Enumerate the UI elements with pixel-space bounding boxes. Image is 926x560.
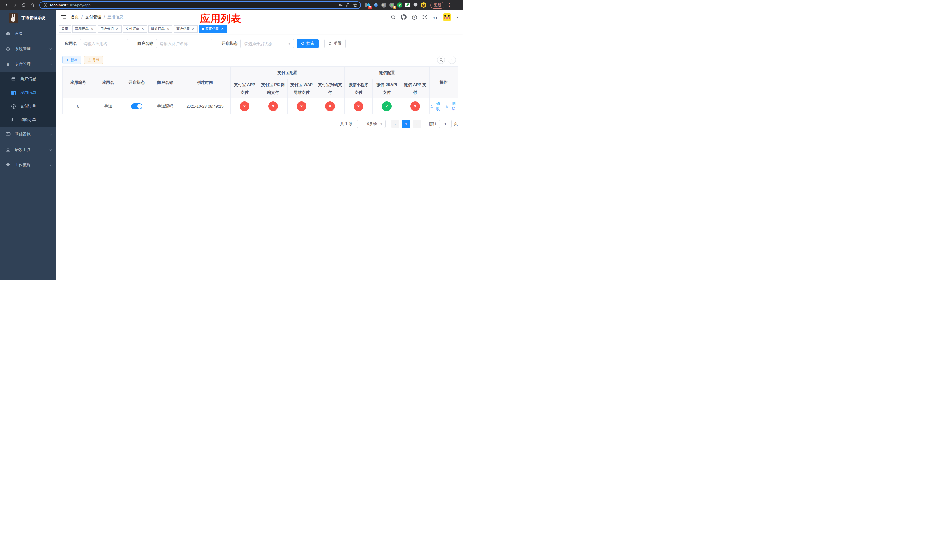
extension-lens-icon[interactable]: 1 [389, 2, 394, 8]
export-button[interactable]: 导出 [84, 56, 103, 64]
merchant-name-input[interactable] [156, 39, 212, 48]
browser-update-button[interactable]: 更新 [430, 2, 445, 9]
status-toggle[interactable] [131, 103, 142, 109]
sidebar-item-home[interactable]: 首页 [0, 26, 56, 41]
delete-link[interactable]: 删除 [446, 101, 458, 111]
extension-badge: 1 [393, 6, 396, 9]
cell-alipay-app: ✕ [231, 98, 259, 114]
tab-refund-orders[interactable]: 退款订单✕ [148, 25, 172, 33]
site-info-icon[interactable] [43, 3, 48, 8]
sidebar-logo[interactable]: 芋道管理系统 [0, 10, 56, 26]
extension-command-icon[interactable]: ⌘ [381, 2, 386, 8]
add-button-label: 新增 [71, 58, 77, 62]
sidebar-item-dev-tools[interactable]: 研发工具 [0, 142, 56, 157]
filter-app-name: 应用名 [65, 39, 128, 48]
bookmark-star-icon[interactable] [353, 3, 358, 8]
user-menu-caret-icon[interactable]: ▼ [456, 16, 459, 19]
password-key-icon[interactable] [338, 3, 343, 8]
gear-icon [5, 47, 11, 51]
close-icon[interactable]: ✕ [141, 27, 144, 31]
close-icon[interactable]: ✕ [166, 27, 170, 31]
svg-text:?: ? [413, 16, 415, 19]
page-annotation-title: 应用列表 [200, 12, 241, 25]
tab-pay-orders[interactable]: 支付订单✕ [123, 25, 147, 33]
tags-view-bar: 首页 流程表单✕ 用户分组✕ 支付订单✕ 退款订单✕ 商户信息✕ 应用信息✕ [56, 24, 463, 34]
close-icon[interactable]: ✕ [90, 27, 94, 31]
sidebar-item-pay-orders[interactable]: 支付订单 [0, 100, 56, 113]
chevron-down-icon [49, 133, 52, 136]
profile-avatar-icon[interactable] [421, 2, 426, 8]
status-select-input[interactable] [240, 39, 294, 48]
extension-y-icon[interactable]: y [397, 2, 402, 8]
sidebar: 芋道管理系统 首页 系统管理 ¥ 支付管理 商户信息 应用信息 [0, 10, 56, 280]
user-avatar[interactable] [443, 13, 451, 21]
sidebar-item-infrastructure[interactable]: 基础设施 [0, 127, 56, 142]
status-select[interactable]: ▼ [240, 39, 294, 48]
sidebar-collapse-icon[interactable] [61, 14, 67, 20]
close-icon[interactable]: ✕ [191, 27, 195, 31]
help-icon[interactable]: ? [412, 14, 417, 20]
page-size-value: 10条/页 [365, 121, 378, 127]
breadcrumb-home[interactable]: 首页 [71, 15, 79, 20]
delete-link-label: 删除 [450, 101, 457, 111]
search-icon[interactable] [390, 14, 396, 20]
home-icon[interactable] [29, 2, 36, 9]
reset-button[interactable]: 重置 [324, 39, 346, 48]
app-name-input[interactable] [80, 39, 128, 48]
fullscreen-icon[interactable] [422, 14, 428, 20]
extensions-puzzle-icon[interactable] [413, 2, 418, 8]
extension-kite-icon[interactable] [373, 2, 378, 8]
tab-process-form[interactable]: 流程表单✕ [72, 25, 96, 33]
current-page-button[interactable]: 1 [402, 120, 410, 128]
tab-app-info[interactable]: 应用信息✕ [199, 25, 227, 33]
add-button[interactable]: 新增 [62, 56, 81, 64]
sidebar-item-system[interactable]: 系统管理 [0, 41, 56, 57]
sidebar-item-payment[interactable]: ¥ 支付管理 [0, 57, 56, 72]
status-cross-icon: ✕ [297, 101, 306, 111]
yen-circle-icon [11, 104, 16, 109]
forward-icon[interactable] [11, 2, 19, 9]
goto-page-input[interactable] [439, 120, 452, 128]
table-tools [437, 56, 456, 64]
sidebar-item-label: 商户信息 [20, 76, 52, 82]
toolbox-icon [5, 148, 11, 152]
prev-page-button[interactable]: ‹ [391, 120, 399, 128]
next-page-button[interactable]: › [413, 120, 421, 128]
close-icon[interactable]: ✕ [115, 27, 119, 31]
breadcrumb-payment[interactable]: 支付管理 [85, 15, 101, 20]
sidebar-item-app-info[interactable]: 应用信息 [0, 86, 56, 100]
search-button[interactable]: 搜索 [297, 39, 319, 48]
github-icon[interactable] [401, 14, 407, 20]
navbar-actions: ? TT ▼ [390, 13, 459, 21]
chevron-down-icon: ▼ [380, 122, 383, 126]
sidebar-item-label: 支付订单 [20, 104, 52, 109]
browser-menu-icon[interactable]: ⋮ [447, 3, 452, 8]
status-cross-icon: ✕ [268, 101, 278, 111]
reload-icon[interactable] [20, 2, 27, 9]
tab-user-group[interactable]: 用户分组✕ [98, 25, 122, 33]
back-icon[interactable] [3, 2, 10, 9]
sidebar-item-label: 应用信息 [20, 90, 52, 95]
close-icon[interactable]: ✕ [220, 27, 224, 31]
filter-label: 应用名 [65, 41, 77, 46]
sidebar-item-refund-orders[interactable]: 退款订单 [0, 113, 56, 127]
share-icon[interactable] [345, 3, 350, 8]
navbar: 首页 / 支付管理 / 应用信息 ? TT ▼ [56, 10, 463, 24]
show-search-icon[interactable] [437, 56, 445, 64]
font-size-icon[interactable]: TT [433, 14, 438, 20]
sidebar-item-workflow[interactable]: 工作流程 [0, 157, 56, 173]
tab-merchant-info[interactable]: 商户信息✕ [174, 25, 198, 33]
refresh-icon[interactable] [448, 56, 456, 64]
extension-blocks-icon[interactable]: 10 [365, 2, 371, 8]
table-toolbar: 新增 导出 [62, 56, 457, 64]
page-size-select[interactable]: 10条/页▼ [357, 120, 386, 128]
address-bar[interactable]: localhost:1024/pay/app [39, 2, 361, 9]
sidebar-item-merchant-info[interactable]: 商户信息 [0, 72, 56, 86]
col-header-ops: 操作 [430, 67, 458, 98]
tab-home[interactable]: 首页 [59, 25, 71, 33]
tab-label: 流程表单 [75, 26, 89, 31]
status-check-icon: ✓ [382, 101, 392, 111]
edit-link[interactable]: 修改 [430, 101, 442, 111]
cell-alipay-qr: ✕ [316, 98, 345, 114]
extension-chat-icon[interactable] [405, 2, 410, 8]
